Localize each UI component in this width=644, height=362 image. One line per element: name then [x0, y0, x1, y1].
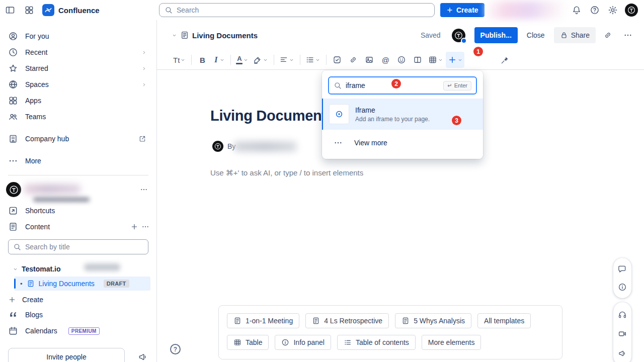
page-title: Living Documents — [192, 31, 258, 40]
insert-menu-result-iframe[interactable]: Iframe Add an iframe to your page. — [322, 99, 483, 130]
sidebar-item-recent[interactable]: Recent — [0, 44, 156, 60]
share-button[interactable]: Share — [554, 27, 596, 43]
sidebar-item-label: Teams — [25, 113, 46, 121]
sidebar-item-apps[interactable]: Apps — [0, 93, 156, 109]
sidebar-item-for-you[interactable]: For you — [0, 28, 156, 44]
text-color-icon: A — [236, 55, 243, 64]
app-window: Confluence Create — [0, 0, 644, 362]
template-button-1on1[interactable]: 1-on-1 Meeting — [227, 313, 299, 328]
feedback-button[interactable] — [136, 350, 150, 362]
details-button[interactable] — [615, 280, 629, 294]
element-button-toc[interactable]: Table of contents — [337, 335, 416, 350]
align-left-icon — [279, 55, 288, 64]
list-button[interactable] — [303, 52, 322, 68]
settings-button[interactable] — [605, 2, 621, 18]
insert-image-button[interactable] — [362, 52, 377, 68]
pin-toolbar-button[interactable] — [497, 52, 512, 68]
insert-menu-search: Enter — [328, 76, 477, 95]
video-button[interactable] — [615, 327, 629, 341]
sidebar-item-blogs[interactable]: Blogs — [0, 307, 156, 323]
sidebar-item-spaces[interactable]: Spaces — [0, 76, 156, 93]
sidebar-item-teams[interactable]: Teams — [0, 109, 156, 125]
template-label: 4 Ls Retrospective — [324, 317, 382, 325]
building-icon — [8, 134, 18, 144]
audio-button[interactable] — [615, 308, 629, 322]
tree-create-label: Create — [22, 296, 43, 304]
chevron-down-icon — [220, 58, 224, 62]
tree-create-button[interactable]: Create — [0, 293, 156, 307]
more-actions-button[interactable] — [620, 27, 636, 43]
table-icon — [233, 338, 242, 346]
element-button-table[interactable]: Table — [227, 335, 269, 350]
text-style-button[interactable]: Tt — [171, 52, 187, 68]
editor-placeholder[interactable]: Use ⌘+' to ask AI, or type / to insert e… — [210, 168, 363, 177]
confluence-brand[interactable]: Confluence — [40, 4, 102, 16]
space-more-button[interactable] — [137, 183, 150, 196]
tree-item-space[interactable]: Testomat.io — [0, 262, 156, 276]
element-label: Table — [246, 338, 262, 346]
collaborator-avatar[interactable] — [452, 29, 465, 42]
sidebar-item-calendars[interactable]: Calendars PREMIUM — [0, 323, 156, 339]
announcements-button[interactable] — [615, 346, 629, 360]
chevron-down-icon — [458, 58, 462, 62]
sidebar-item-content[interactable]: Content — [0, 219, 156, 235]
all-templates-button[interactable]: All templates — [477, 313, 531, 328]
tree-item-current-page[interactable]: Living Documents DRAFT — [14, 277, 150, 291]
chevron-down-icon — [13, 267, 18, 272]
sidebar-item-company-hub[interactable]: Company hub — [0, 131, 156, 147]
content-search-input[interactable] — [25, 243, 143, 251]
more-dots-icon[interactable] — [141, 223, 149, 231]
highlight-button[interactable] — [251, 52, 270, 68]
search-icon — [165, 6, 173, 14]
space-switcher[interactable] — [0, 180, 156, 199]
text-style-label: Tt — [173, 56, 180, 64]
table-button[interactable] — [426, 52, 445, 68]
mention-button[interactable]: @ — [378, 52, 393, 68]
page-tree-toggle[interactable] — [168, 27, 180, 43]
template-button-4ls[interactable]: 4 Ls Retrospective — [305, 313, 389, 328]
plus-icon — [446, 7, 453, 14]
invite-people-button[interactable]: Invite people — [8, 348, 125, 362]
document-title[interactable]: Living Documents — [210, 108, 335, 124]
sidebar-item-shortcuts[interactable]: Shortcuts — [0, 203, 156, 219]
globe-icon — [8, 79, 18, 89]
close-button[interactable]: Close — [522, 27, 550, 43]
view-more-item[interactable]: View more — [322, 130, 483, 156]
layout-button[interactable] — [410, 52, 425, 68]
sidebar-item-starred[interactable]: Starred — [0, 60, 156, 76]
info-icon — [281, 338, 289, 346]
element-button-info-panel[interactable]: Info panel — [275, 335, 331, 350]
insert-element-button[interactable] — [446, 52, 464, 68]
italic-button[interactable]: I — [211, 52, 226, 68]
global-search-input[interactable] — [177, 6, 429, 14]
sidebar-toggle-button[interactable] — [2, 2, 18, 18]
sidebar-divider — [8, 175, 148, 175]
insert-menu-search-input[interactable] — [346, 81, 394, 89]
emoji-button[interactable] — [394, 52, 409, 68]
plus-icon[interactable] — [130, 223, 138, 231]
user-avatar[interactable] — [625, 4, 638, 17]
search-icon — [13, 243, 21, 251]
copy-link-button[interactable] — [600, 27, 616, 43]
publish-button[interactable]: Publish... — [474, 27, 518, 43]
sidebar-item-more[interactable]: More — [0, 153, 156, 169]
template-label: 1-on-1 Meeting — [246, 317, 293, 325]
help-button[interactable] — [587, 2, 603, 18]
create-button[interactable]: Create — [440, 3, 485, 17]
sidebar-item-label: Spaces — [25, 80, 49, 88]
insert-element-menu: Enter Iframe Add an iframe to your page.… — [322, 70, 483, 159]
more-elements-button[interactable]: More elements — [422, 335, 481, 350]
person-circle-icon — [8, 31, 18, 41]
help-floating-button[interactable] — [170, 344, 181, 354]
align-button[interactable] — [277, 52, 296, 68]
task-list-button[interactable] — [330, 52, 345, 68]
app-switcher-button[interactable] — [21, 2, 37, 18]
external-link-icon — [138, 135, 146, 143]
bold-button[interactable]: B — [195, 52, 210, 68]
link-icon — [349, 55, 358, 64]
insert-link-button[interactable] — [346, 52, 361, 68]
text-color-button[interactable]: A — [234, 52, 250, 68]
notifications-button[interactable] — [569, 2, 585, 18]
template-button-5whys[interactable]: 5 Whys Analysis — [395, 313, 471, 328]
comments-button[interactable] — [615, 262, 629, 276]
